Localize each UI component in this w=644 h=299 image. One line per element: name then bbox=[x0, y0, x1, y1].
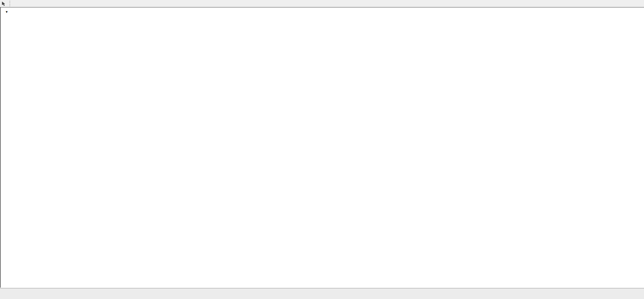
timeframe-toolbar bbox=[0, 0, 644, 7]
chart-title: ▼ bbox=[5, 9, 11, 14]
collapse-triangle-icon[interactable]: ▼ bbox=[5, 10, 8, 14]
toolbar-grip[interactable] bbox=[9, 1, 12, 6]
crosshair-cursor-icon[interactable] bbox=[0, 0, 7, 7]
chart-tab-bar bbox=[0, 288, 644, 299]
mt4-terminal: { "toolbar": { "tool_icon": "cursor-tool… bbox=[0, 0, 644, 299]
chart-canvas[interactable] bbox=[0, 0, 644, 299]
